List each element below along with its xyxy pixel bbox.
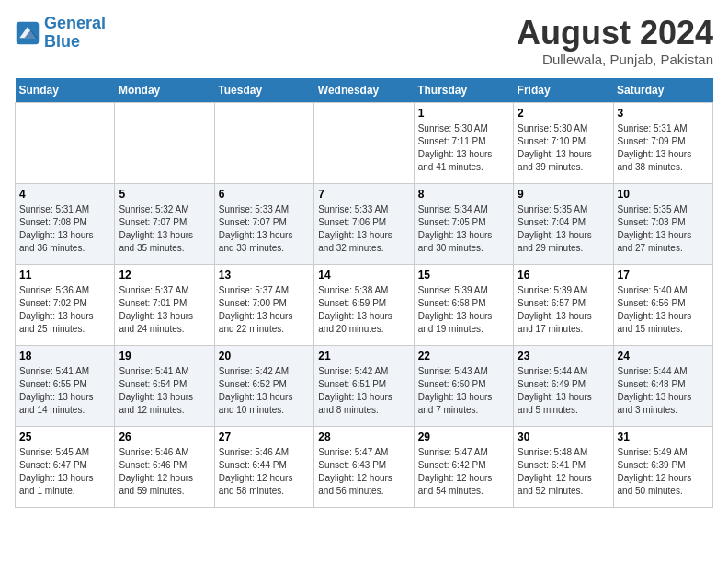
day-info: Sunrise: 5:48 AMSunset: 6:41 PMDaylight:… [518, 446, 609, 498]
day-info: Sunrise: 5:44 AMSunset: 6:49 PMDaylight:… [518, 365, 609, 417]
day-number: 5 [119, 188, 210, 201]
day-cell: 7Sunrise: 5:33 AMSunset: 7:06 PMDaylight… [314, 183, 414, 264]
day-info: Sunrise: 5:41 AMSunset: 6:54 PMDaylight:… [119, 365, 210, 417]
title-block: August 2024 Dullewala, Punjab, Pakistan [517, 15, 713, 67]
day-cell: 28Sunrise: 5:47 AMSunset: 6:43 PMDayligh… [314, 426, 414, 507]
page-header: General Blue August 2024 Dullewala, Punj… [15, 15, 713, 67]
weekday-header-monday: Monday [115, 78, 214, 103]
day-info: Sunrise: 5:47 AMSunset: 6:42 PMDaylight:… [418, 446, 509, 498]
day-info: Sunrise: 5:39 AMSunset: 6:57 PMDaylight:… [518, 284, 609, 336]
day-number: 25 [19, 431, 110, 443]
week-row-1: 1Sunrise: 5:30 AMSunset: 7:11 PMDaylight… [16, 102, 713, 183]
day-cell: 5Sunrise: 5:32 AMSunset: 7:07 PMDaylight… [115, 183, 214, 264]
day-info: Sunrise: 5:38 AMSunset: 6:59 PMDaylight:… [318, 284, 409, 336]
day-number: 21 [318, 350, 409, 362]
day-number: 8 [418, 188, 509, 201]
day-info: Sunrise: 5:45 AMSunset: 6:47 PMDaylight:… [19, 446, 110, 498]
day-cell: 11Sunrise: 5:36 AMSunset: 7:02 PMDayligh… [16, 264, 115, 345]
day-number: 27 [219, 431, 310, 443]
day-info: Sunrise: 5:46 AMSunset: 6:46 PMDaylight:… [119, 446, 210, 498]
day-cell: 19Sunrise: 5:41 AMSunset: 6:54 PMDayligh… [115, 345, 214, 426]
week-row-2: 4Sunrise: 5:31 AMSunset: 7:08 PMDaylight… [16, 183, 713, 264]
day-cell: 13Sunrise: 5:37 AMSunset: 7:00 PMDayligh… [214, 264, 313, 345]
day-cell: 17Sunrise: 5:40 AMSunset: 6:56 PMDayligh… [613, 264, 712, 345]
week-row-5: 25Sunrise: 5:45 AMSunset: 6:47 PMDayligh… [16, 426, 713, 507]
day-cell: 9Sunrise: 5:35 AMSunset: 7:04 PMDaylight… [514, 183, 613, 264]
day-cell: 24Sunrise: 5:44 AMSunset: 6:48 PMDayligh… [613, 345, 712, 426]
day-info: Sunrise: 5:32 AMSunset: 7:07 PMDaylight:… [119, 203, 210, 255]
day-info: Sunrise: 5:36 AMSunset: 7:02 PMDaylight:… [19, 284, 110, 336]
calendar-table: SundayMondayTuesdayWednesdayThursdayFrid… [15, 78, 713, 508]
logo-icon [15, 20, 40, 46]
weekday-header-row: SundayMondayTuesdayWednesdayThursdayFrid… [16, 78, 713, 103]
day-cell: 6Sunrise: 5:33 AMSunset: 7:07 PMDaylight… [214, 183, 313, 264]
day-cell: 29Sunrise: 5:47 AMSunset: 6:42 PMDayligh… [414, 426, 513, 507]
weekday-header-friday: Friday [514, 78, 613, 103]
weekday-header-wednesday: Wednesday [314, 78, 414, 103]
day-cell: 20Sunrise: 5:42 AMSunset: 6:52 PMDayligh… [214, 345, 313, 426]
day-number: 20 [219, 350, 310, 362]
day-info: Sunrise: 5:44 AMSunset: 6:48 PMDaylight:… [618, 365, 709, 417]
day-number: 18 [19, 350, 110, 362]
day-cell: 12Sunrise: 5:37 AMSunset: 7:01 PMDayligh… [115, 264, 214, 345]
day-cell [314, 102, 414, 183]
day-number: 30 [518, 431, 609, 443]
day-number: 23 [518, 350, 609, 362]
day-cell: 3Sunrise: 5:31 AMSunset: 7:09 PMDaylight… [613, 102, 712, 183]
day-number: 19 [119, 350, 210, 362]
day-info: Sunrise: 5:39 AMSunset: 6:58 PMDaylight:… [418, 284, 509, 336]
logo: General Blue [15, 15, 106, 52]
day-info: Sunrise: 5:30 AMSunset: 7:10 PMDaylight:… [518, 122, 609, 174]
day-number: 9 [518, 188, 609, 201]
day-cell: 2Sunrise: 5:30 AMSunset: 7:10 PMDaylight… [514, 102, 613, 183]
day-cell: 22Sunrise: 5:43 AMSunset: 6:50 PMDayligh… [414, 345, 513, 426]
day-number: 2 [518, 107, 609, 120]
day-info: Sunrise: 5:33 AMSunset: 7:06 PMDaylight:… [318, 203, 409, 255]
day-info: Sunrise: 5:31 AMSunset: 7:09 PMDaylight:… [618, 122, 709, 174]
day-number: 10 [618, 188, 709, 201]
weekday-header-sunday: Sunday [16, 78, 115, 103]
day-info: Sunrise: 5:41 AMSunset: 6:55 PMDaylight:… [19, 365, 110, 417]
weekday-header-thursday: Thursday [414, 78, 513, 103]
day-number: 31 [618, 431, 709, 443]
day-cell: 25Sunrise: 5:45 AMSunset: 6:47 PMDayligh… [16, 426, 115, 507]
week-row-3: 11Sunrise: 5:36 AMSunset: 7:02 PMDayligh… [16, 264, 713, 345]
day-cell [16, 102, 115, 183]
day-number: 11 [19, 269, 110, 282]
day-number: 26 [119, 431, 210, 443]
day-cell [115, 102, 214, 183]
day-cell: 8Sunrise: 5:34 AMSunset: 7:05 PMDaylight… [414, 183, 513, 264]
logo-line1: General [44, 14, 106, 32]
logo-line2: Blue [44, 32, 80, 51]
day-info: Sunrise: 5:47 AMSunset: 6:43 PMDaylight:… [318, 446, 409, 498]
day-info: Sunrise: 5:43 AMSunset: 6:50 PMDaylight:… [418, 365, 509, 417]
weekday-header-saturday: Saturday [613, 78, 712, 103]
day-cell: 10Sunrise: 5:35 AMSunset: 7:03 PMDayligh… [613, 183, 712, 264]
day-info: Sunrise: 5:40 AMSunset: 6:56 PMDaylight:… [618, 284, 709, 336]
day-cell: 14Sunrise: 5:38 AMSunset: 6:59 PMDayligh… [314, 264, 414, 345]
day-number: 13 [219, 269, 310, 282]
day-info: Sunrise: 5:31 AMSunset: 7:08 PMDaylight:… [19, 203, 110, 255]
day-number: 16 [518, 269, 609, 282]
day-cell: 26Sunrise: 5:46 AMSunset: 6:46 PMDayligh… [115, 426, 214, 507]
day-info: Sunrise: 5:42 AMSunset: 6:52 PMDaylight:… [219, 365, 310, 417]
day-cell: 4Sunrise: 5:31 AMSunset: 7:08 PMDaylight… [16, 183, 115, 264]
day-info: Sunrise: 5:30 AMSunset: 7:11 PMDaylight:… [418, 122, 509, 174]
day-cell: 1Sunrise: 5:30 AMSunset: 7:11 PMDaylight… [414, 102, 513, 183]
day-info: Sunrise: 5:34 AMSunset: 7:05 PMDaylight:… [418, 203, 509, 255]
month-title: August 2024 [517, 15, 713, 52]
day-cell: 30Sunrise: 5:48 AMSunset: 6:41 PMDayligh… [514, 426, 613, 507]
day-number: 28 [318, 431, 409, 443]
day-cell: 15Sunrise: 5:39 AMSunset: 6:58 PMDayligh… [414, 264, 513, 345]
day-info: Sunrise: 5:33 AMSunset: 7:07 PMDaylight:… [219, 203, 310, 255]
day-number: 7 [318, 188, 409, 201]
day-cell: 16Sunrise: 5:39 AMSunset: 6:57 PMDayligh… [514, 264, 613, 345]
day-info: Sunrise: 5:49 AMSunset: 6:39 PMDaylight:… [618, 446, 709, 498]
day-number: 3 [618, 107, 709, 120]
day-number: 1 [418, 107, 509, 120]
logo-text: General Blue [44, 15, 106, 52]
day-number: 29 [418, 431, 509, 443]
day-cell [214, 102, 313, 183]
day-info: Sunrise: 5:42 AMSunset: 6:51 PMDaylight:… [318, 365, 409, 417]
day-cell: 18Sunrise: 5:41 AMSunset: 6:55 PMDayligh… [16, 345, 115, 426]
